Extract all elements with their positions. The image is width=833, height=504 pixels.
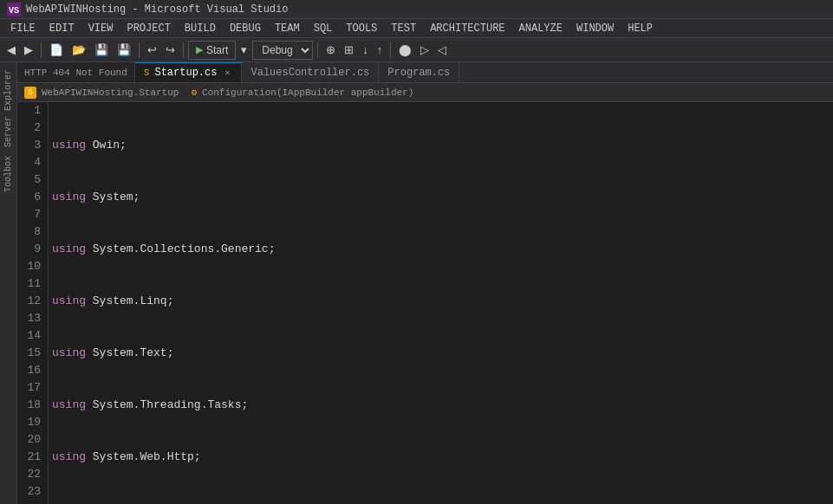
menu-debug[interactable]: DEBUG — [223, 21, 268, 36]
menu-bar: FILE EDIT VIEW PROJECT BUILD DEBUG TEAM … — [0, 19, 833, 38]
menu-build[interactable]: BUILD — [178, 21, 223, 36]
menu-file[interactable]: FILE — [3, 21, 42, 36]
line-num-9: 9 — [21, 241, 41, 258]
line-num-16: 16 — [21, 362, 41, 379]
open-button[interactable]: 📂 — [68, 41, 89, 60]
toolbar: ◀ ▶ 📄 📂 💾 💾 ↩ ↪ ▶ Start ▾ Debug ⊕ ⊞ ↓ ↑ … — [0, 38, 833, 62]
tab-values[interactable]: ValuesController.cs — [242, 62, 379, 82]
tab-startup-close[interactable]: ✕ — [222, 67, 232, 79]
line-num-24: 24 — [21, 501, 41, 504]
line-num-23: 23 — [21, 483, 41, 501]
redo-button[interactable]: ↪ — [162, 41, 179, 60]
code-line-5: using System.Text; — [52, 345, 830, 362]
line-num-10: 10 — [21, 258, 41, 275]
step-into-button[interactable]: ↓ — [359, 41, 372, 60]
breakpoint-button[interactable]: ⬤ — [395, 41, 415, 60]
line-num-12: 12 — [21, 293, 41, 310]
title-bar: VS WebAPIWINHosting - Microsoft Visual S… — [0, 0, 833, 19]
method-icon: ⚙ — [191, 87, 197, 98]
content-area: HTTP 404 Not Found S Startup.cs ✕ Values… — [17, 62, 833, 504]
tab-404[interactable]: HTTP 404 Not Found — [17, 62, 135, 82]
toolbar-separator-3 — [183, 42, 184, 58]
class-icon: S — [24, 87, 36, 99]
new-project-button[interactable]: 📄 — [46, 41, 67, 60]
line-num-14: 14 — [21, 327, 41, 345]
menu-view[interactable]: VIEW — [81, 21, 120, 36]
line-numbers: 1 2 3 4 5 6 7 8 9 10 11 12 13 14 15 16 1… — [17, 102, 49, 504]
play-icon: ▶ — [196, 44, 203, 55]
step-over-button[interactable]: ⊞ — [341, 41, 357, 60]
menu-sql[interactable]: SQL — [307, 21, 340, 36]
tab-bar: HTTP 404 Not Found S Startup.cs ✕ Values… — [17, 62, 833, 83]
code-line-2: using System; — [52, 189, 830, 206]
prev-error-button[interactable]: ◁ — [434, 41, 450, 60]
menu-test[interactable]: TEST — [384, 21, 423, 36]
step-out-button[interactable]: ↑ — [374, 41, 387, 60]
toolbar-separator-1 — [41, 42, 42, 58]
vs-logo-icon: VS — [7, 3, 21, 16]
line-num-3: 3 — [21, 137, 41, 154]
code-editor[interactable]: 1 2 3 4 5 6 7 8 9 10 11 12 13 14 15 16 1… — [17, 102, 833, 504]
code-line-1: using Owin; — [52, 137, 830, 154]
code-line-6: using System.Threading.Tasks; — [52, 397, 830, 414]
line-num-1: 1 — [21, 102, 41, 120]
menu-project[interactable]: PROJECT — [120, 21, 177, 36]
line-num-5: 5 — [21, 171, 41, 189]
path-bar: S WebAPIWINHosting.Startup ⚙ Configurati… — [17, 83, 833, 102]
server-explorer-label[interactable]: Server Explorer — [2, 66, 15, 151]
menu-architecture[interactable]: ARCHITECTURE — [423, 21, 511, 36]
debug-config-dropdown[interactable]: Debug — [252, 41, 313, 60]
menu-window[interactable]: WINDOW — [569, 21, 621, 36]
line-num-2: 2 — [21, 120, 41, 137]
path-text: WebAPIWINHosting.Startup — [42, 87, 179, 98]
menu-edit[interactable]: EDIT — [42, 21, 81, 36]
line-num-17: 17 — [21, 379, 41, 397]
line-num-6: 6 — [21, 189, 41, 206]
menu-analyze[interactable]: ANALYZE — [512, 21, 569, 36]
save-all-button[interactable]: 💾 — [114, 41, 134, 60]
svg-text:VS: VS — [9, 6, 19, 16]
undo-button[interactable]: ↩ — [144, 41, 160, 60]
code-content[interactable]: using Owin; using System; using System.C… — [49, 102, 833, 504]
menu-tools[interactable]: TOOLS — [339, 21, 384, 36]
line-num-8: 8 — [21, 223, 41, 241]
line-num-21: 21 — [21, 449, 41, 466]
code-line-3: using System.Collections.Generic; — [52, 241, 830, 258]
tab-values-label: ValuesController.cs — [251, 67, 369, 79]
tab-404-label: HTTP 404 Not Found — [24, 68, 127, 78]
toolbar-separator-4 — [317, 42, 318, 58]
start-button[interactable]: ▶ Start — [188, 41, 236, 60]
line-num-22: 22 — [21, 466, 41, 483]
tab-startup[interactable]: S Startup.cs ✕ — [135, 62, 243, 82]
code-line-4: using System.Linq; — [52, 293, 830, 310]
toolbar-separator-5 — [390, 42, 391, 58]
next-error-button[interactable]: ▷ — [417, 41, 433, 60]
window-title: WebAPIWINHosting - Microsoft Visual Stud… — [26, 3, 288, 16]
back-button[interactable]: ◀ — [3, 41, 19, 60]
left-toolbar: Server Explorer Toolbox — [0, 62, 17, 504]
method-text: Configuration(IAppBuilder appBuilder) — [202, 87, 413, 98]
startup-cs-icon: S — [144, 68, 150, 78]
tab-startup-label: Startup.cs — [154, 67, 217, 79]
save-button[interactable]: 💾 — [91, 41, 112, 60]
main-layout: Server Explorer Toolbox HTTP 404 Not Fou… — [0, 62, 833, 504]
line-num-20: 20 — [21, 431, 41, 449]
code-line-8 — [52, 501, 830, 504]
attach-button[interactable]: ⊕ — [322, 41, 339, 60]
line-num-11: 11 — [21, 275, 41, 293]
tab-program-label: Program.cs — [387, 67, 450, 79]
line-num-15: 15 — [21, 345, 41, 362]
forward-button[interactable]: ▶ — [21, 41, 36, 60]
tab-program[interactable]: Program.cs — [379, 62, 459, 82]
line-num-13: 13 — [21, 310, 41, 327]
line-num-18: 18 — [21, 397, 41, 414]
menu-help[interactable]: HELP — [621, 21, 660, 36]
toolbar-separator-2 — [139, 42, 140, 58]
line-num-4: 4 — [21, 154, 41, 171]
start-dropdown-btn[interactable]: ▾ — [238, 41, 251, 60]
line-num-19: 19 — [21, 414, 41, 431]
line-num-7: 7 — [21, 206, 41, 223]
toolbox-label[interactable]: Toolbox — [2, 152, 15, 196]
code-line-7: using System.Web.Http; — [52, 449, 830, 466]
menu-team[interactable]: TEAM — [268, 21, 307, 36]
